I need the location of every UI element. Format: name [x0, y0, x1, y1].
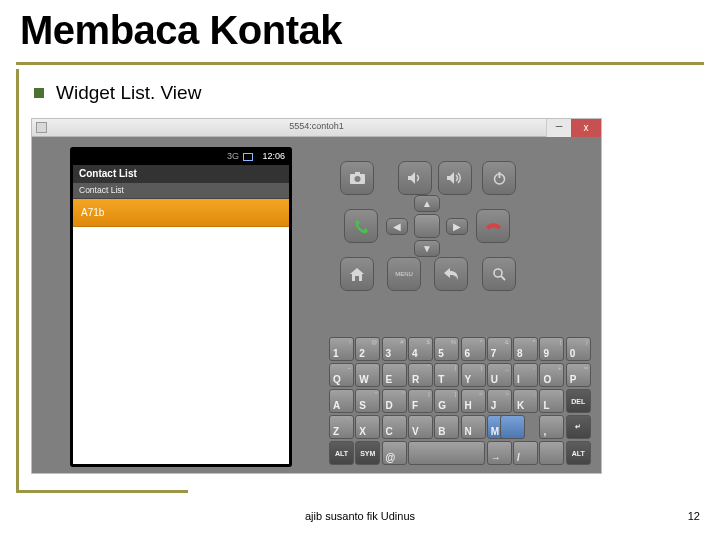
minimize-button[interactable]: –: [546, 119, 571, 137]
key-s[interactable]: S": [355, 389, 380, 413]
key-b[interactable]: B: [434, 415, 459, 439]
key-8[interactable]: 8*: [513, 337, 538, 361]
key-5[interactable]: 5%: [434, 337, 459, 361]
close-button[interactable]: x: [571, 119, 601, 137]
key-k[interactable]: K;: [513, 389, 538, 413]
key-alt[interactable]: ALT: [566, 441, 591, 465]
keyboard: 1!2@3#4$5%6^7&8*9(0)Q~W`E´R¯T{Y}U_I-O+P=…: [329, 337, 593, 467]
key-p[interactable]: P=: [566, 363, 591, 387]
accent-left: [16, 69, 19, 493]
battery-icon: [243, 153, 253, 161]
key-sym[interactable]: SYM: [355, 441, 380, 465]
page-title: Membaca Kontak: [20, 8, 342, 53]
window-icon: [36, 122, 47, 133]
svg-rect-1: [355, 172, 360, 175]
svg-marker-4: [447, 172, 454, 184]
back-button[interactable]: [434, 257, 468, 291]
key-z[interactable]: Z: [329, 415, 354, 439]
key-q[interactable]: Q~: [329, 363, 354, 387]
emulator-window: 5554:contoh1 – x 3G 12:06 Contact List C…: [31, 118, 602, 474]
key-6[interactable]: 6^: [461, 337, 486, 361]
key-l[interactable]: L:: [539, 389, 564, 413]
key-@[interactable]: @: [382, 441, 407, 465]
key-r[interactable]: R¯: [408, 363, 433, 387]
key-o[interactable]: O+: [539, 363, 564, 387]
footer-text: ajib susanto fik Udinus: [0, 510, 720, 522]
key-i[interactable]: I-: [513, 363, 538, 387]
menu-button[interactable]: MENU: [387, 257, 421, 291]
key-alt[interactable]: ALT: [329, 441, 354, 465]
svg-point-8: [494, 269, 502, 277]
key-[interactable]: [539, 441, 564, 465]
home-button[interactable]: [340, 257, 374, 291]
titlebar: 5554:contoh1 – x: [32, 119, 601, 137]
key-4[interactable]: 4$: [408, 337, 433, 361]
svg-marker-3: [408, 172, 415, 184]
volume-down-button[interactable]: [398, 161, 432, 195]
app-title: Contact List: [73, 165, 289, 183]
camera-button[interactable]: [340, 161, 374, 195]
key-7[interactable]: 7&: [487, 337, 512, 361]
window-title: 5554:contoh1: [289, 121, 344, 131]
key-1[interactable]: 1!: [329, 337, 354, 361]
key-w[interactable]: W`: [355, 363, 380, 387]
status-bar: 3G 12:06: [73, 150, 289, 165]
bullet-icon: [34, 88, 44, 98]
svg-point-2: [354, 176, 360, 182]
clock: 12:06: [262, 151, 285, 161]
key-f[interactable]: F[: [408, 389, 433, 413]
accent-bottom: [16, 490, 188, 493]
key-c[interactable]: C: [382, 415, 407, 439]
key-2[interactable]: 2@: [355, 337, 380, 361]
key-d[interactable]: D': [382, 389, 407, 413]
key-↵[interactable]: ↵: [566, 415, 591, 439]
key-,[interactable]: ,: [539, 415, 564, 439]
key-a[interactable]: A: [329, 389, 354, 413]
key-del[interactable]: DEL: [566, 389, 591, 413]
key-x[interactable]: X: [355, 415, 380, 439]
key-v[interactable]: V: [408, 415, 433, 439]
key-y[interactable]: Y}: [461, 363, 486, 387]
key-/[interactable]: /: [513, 441, 538, 465]
dpad-up[interactable]: ▲: [414, 195, 440, 212]
page-number: 12: [688, 510, 700, 522]
key-3[interactable]: 3#: [382, 337, 407, 361]
hangup-button[interactable]: [476, 209, 510, 243]
key-9[interactable]: 9(: [539, 337, 564, 361]
dpad-down[interactable]: ▼: [414, 240, 440, 257]
key-e[interactable]: E´: [382, 363, 407, 387]
search-button[interactable]: [482, 257, 516, 291]
svg-marker-7: [350, 268, 364, 281]
signal-icon: 3G: [227, 151, 239, 161]
power-button[interactable]: [482, 161, 516, 195]
key-t[interactable]: T{: [434, 363, 459, 387]
key-[interactable]: [408, 441, 486, 465]
key-u[interactable]: U_: [487, 363, 512, 387]
dpad-left[interactable]: ◀: [386, 218, 408, 235]
dpad-center[interactable]: [414, 214, 440, 238]
phone-device: 3G 12:06 Contact List Contact List A71b: [70, 147, 292, 467]
subtitle: Widget List. View: [56, 82, 201, 104]
app-subtitle: Contact List: [73, 183, 289, 199]
dpad: ▲ ▼ ◀ ▶: [385, 199, 469, 253]
title-underline: [16, 62, 704, 65]
key-0[interactable]: 0): [566, 337, 591, 361]
svg-line-9: [501, 276, 505, 280]
key-→[interactable]: →: [487, 441, 512, 465]
key-h[interactable]: H<: [461, 389, 486, 413]
key-n[interactable]: N: [461, 415, 486, 439]
key-j[interactable]: J>: [487, 389, 512, 413]
call-button[interactable]: [344, 209, 378, 243]
key-[interactable]: [500, 415, 525, 439]
dpad-right[interactable]: ▶: [446, 218, 468, 235]
list-item-selected[interactable]: A71b: [73, 199, 289, 227]
volume-up-button[interactable]: [438, 161, 472, 195]
list-body[interactable]: [73, 227, 289, 464]
key-g[interactable]: G]: [434, 389, 459, 413]
